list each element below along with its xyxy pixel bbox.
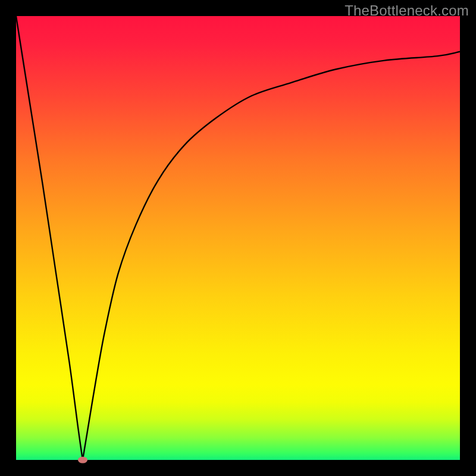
curve-layer xyxy=(16,16,460,460)
chart-container: TheBottleneck.com xyxy=(0,0,476,476)
watermark-text: TheBottleneck.com xyxy=(345,2,469,19)
optimum-marker xyxy=(78,457,87,464)
bottleneck-curve-path xyxy=(16,16,460,460)
plot-area xyxy=(16,16,460,460)
